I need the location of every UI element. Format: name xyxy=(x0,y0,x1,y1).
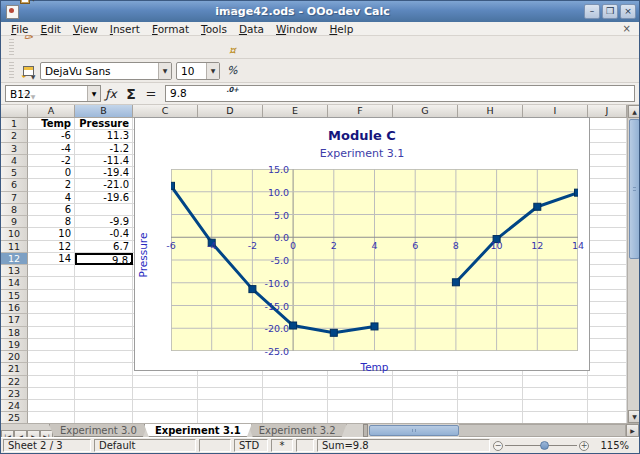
cell-E23[interactable] xyxy=(263,388,328,400)
cell-H24[interactable] xyxy=(458,400,523,412)
vertical-scrollbar-thumb[interactable] xyxy=(629,119,639,259)
cell-B15[interactable] xyxy=(75,290,133,302)
cell-A21[interactable] xyxy=(28,363,75,375)
cell-A20[interactable] xyxy=(28,351,75,363)
cell-E22[interactable] xyxy=(263,376,328,388)
cell-A2[interactable]: -6 xyxy=(28,130,75,142)
cell-J22[interactable] xyxy=(588,376,627,388)
cell-J21[interactable] xyxy=(588,363,627,375)
chevron-down-icon[interactable]: ▼ xyxy=(87,86,100,101)
cell-A22[interactable] xyxy=(28,376,75,388)
cell-E24[interactable] xyxy=(263,400,328,412)
cell-B12[interactable]: 9.8 xyxy=(75,253,133,265)
paste-icon[interactable]: ▼ xyxy=(18,0,38,8)
cell-J18[interactable] xyxy=(588,327,627,339)
cell-B16[interactable] xyxy=(75,302,133,314)
row-header-4[interactable]: 4 xyxy=(1,155,28,167)
title-bar[interactable]: image42.ods - OOo-dev Calc – ❒ × xyxy=(1,1,639,22)
row-header-22[interactable]: 22 xyxy=(1,376,28,388)
column-header-j[interactable]: J xyxy=(588,105,627,118)
insert-mode-indicator[interactable] xyxy=(199,439,231,452)
cell-F22[interactable] xyxy=(328,376,393,388)
cell-G25[interactable] xyxy=(393,412,458,423)
cell-A11[interactable]: 12 xyxy=(28,241,75,253)
cell-J4[interactable] xyxy=(588,155,627,167)
cell-A15[interactable] xyxy=(28,290,75,302)
cell-D22[interactable] xyxy=(198,376,263,388)
cell-B9[interactable]: -9.9 xyxy=(75,216,133,228)
row-header-14[interactable]: 14 xyxy=(1,277,28,289)
cell-D25[interactable] xyxy=(198,412,263,423)
cell-J12[interactable] xyxy=(588,253,627,265)
row-header-17[interactable]: 17 xyxy=(1,314,28,326)
embedded-chart[interactable]: Module C Experiment 3.1 Pressure Temp 15… xyxy=(134,117,590,371)
zoom-slider[interactable]: − + xyxy=(493,439,589,452)
cell-I22[interactable] xyxy=(523,376,588,388)
scroll-up-icon[interactable]: ▲ xyxy=(628,105,639,118)
cell-J1[interactable] xyxy=(588,118,627,130)
cell-B23[interactable] xyxy=(75,388,133,400)
document-close-icon[interactable]: × xyxy=(623,23,635,34)
chevron-down-icon[interactable]: ▼ xyxy=(31,93,36,100)
zoom-level[interactable]: 115% xyxy=(592,439,634,452)
cell-B21[interactable] xyxy=(75,363,133,375)
maximize-button[interactable]: ❒ xyxy=(602,4,618,19)
horizontal-scrollbar[interactable]: ▶ xyxy=(369,424,639,437)
row-header-2[interactable]: 2 xyxy=(1,130,28,142)
cell-A1[interactable]: Temp xyxy=(28,118,75,130)
cell-B2[interactable]: 11.3 xyxy=(75,130,133,142)
cell-J16[interactable] xyxy=(588,302,627,314)
cell-B1[interactable]: Pressure xyxy=(75,118,133,130)
zoom-in-icon[interactable]: + xyxy=(579,441,589,451)
row-header-3[interactable]: 3 xyxy=(1,143,28,155)
cell-A7[interactable]: 4 xyxy=(28,192,75,204)
cell-H22[interactable] xyxy=(458,376,523,388)
cell-C25[interactable] xyxy=(133,412,198,423)
close-button[interactable]: × xyxy=(620,4,636,19)
cell-D23[interactable] xyxy=(198,388,263,400)
menu-help[interactable]: Help xyxy=(323,23,359,35)
cell-J11[interactable] xyxy=(588,241,627,253)
cell-J20[interactable] xyxy=(588,351,627,363)
cell-H23[interactable] xyxy=(458,388,523,400)
cell-I25[interactable] xyxy=(523,412,588,423)
cell-A4[interactable]: -2 xyxy=(28,155,75,167)
cell-A19[interactable] xyxy=(28,339,75,351)
cell-J8[interactable] xyxy=(588,204,627,216)
font-name-combobox[interactable]: DejaVu Sans ▼ xyxy=(40,62,172,80)
cell-C24[interactable] xyxy=(133,400,198,412)
percent-icon[interactable]: % xyxy=(222,61,243,81)
cell-A8[interactable]: 6 xyxy=(28,204,75,216)
cell-J10[interactable] xyxy=(588,228,627,240)
cell-A14[interactable] xyxy=(28,277,75,289)
cell-J15[interactable] xyxy=(588,290,627,302)
cell-F25[interactable] xyxy=(328,412,393,423)
row-header-12[interactable]: 12 xyxy=(1,253,28,265)
horizontal-scrollbar-thumb[interactable] xyxy=(369,425,459,436)
redo-icon[interactable]: ↷▼ xyxy=(18,86,38,106)
row-header-20[interactable]: 20 xyxy=(1,351,28,363)
row-header-9[interactable]: 9 xyxy=(1,216,28,228)
zoom-slider-thumb[interactable] xyxy=(540,441,549,450)
equals-icon[interactable]: = xyxy=(141,86,161,101)
cell-J23[interactable] xyxy=(588,388,627,400)
sum-indicator[interactable]: Sum=9.8 xyxy=(317,439,490,452)
row-header-6[interactable]: 6 xyxy=(1,179,28,191)
currency-icon[interactable]: ¤ xyxy=(222,41,243,61)
cell-B11[interactable]: 6.7 xyxy=(75,241,133,253)
cell-H25[interactable] xyxy=(458,412,523,423)
cell-B7[interactable]: -19.6 xyxy=(75,192,133,204)
cell-B20[interactable] xyxy=(75,351,133,363)
cell-I24[interactable] xyxy=(523,400,588,412)
menu-view[interactable]: View xyxy=(67,23,104,35)
row-header-8[interactable]: 8 xyxy=(1,204,28,216)
zoom-out-icon[interactable]: − xyxy=(493,441,503,451)
cell-A23[interactable] xyxy=(28,388,75,400)
chevron-down-icon[interactable]: ▼ xyxy=(31,0,36,2)
row-header-13[interactable]: 13 xyxy=(1,265,28,277)
cell-A3[interactable]: -4 xyxy=(28,143,75,155)
row-header-1[interactable]: 1 xyxy=(1,118,28,130)
row-header-16[interactable]: 16 xyxy=(1,302,28,314)
sheet-tab-experiment-3-0[interactable]: Experiment 3.0 xyxy=(49,424,148,437)
cell-B5[interactable]: -19.4 xyxy=(75,167,133,179)
